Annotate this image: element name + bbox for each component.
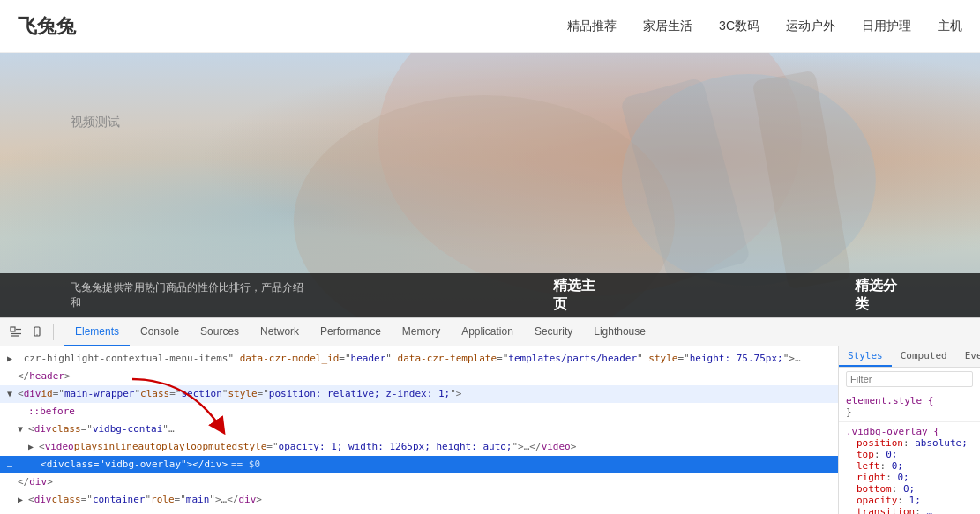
tab-lighthouse[interactable]: Lighthouse: [583, 318, 656, 346]
dom-line-7[interactable]: … <div class="vidbg-overlay"></div> == $…: [0, 456, 838, 473]
nav-link-1[interactable]: 家居生活: [643, 19, 692, 34]
tab-network[interactable]: Network: [250, 318, 310, 346]
toolbar-separator: [53, 324, 54, 340]
styles-tab-eve[interactable]: Eve: [956, 346, 980, 367]
devtools-tabs: Elements Console Sources Network Perform…: [64, 318, 656, 346]
tab-elements[interactable]: Elements: [64, 318, 130, 346]
dom-line-9[interactable]: ▶ <div class="container" role="main">…</…: [0, 491, 838, 509]
styles-filter: [839, 368, 980, 391]
styles-panel: Styles Computed Eve element.style { } .v…: [839, 346, 980, 514]
styles-tab-computed[interactable]: Computed: [892, 346, 956, 367]
tab-application[interactable]: Application: [451, 318, 524, 346]
hero-footer-bar: 飞兔兔提供常用热门商品的性价比排行，产品介绍和 精选主页 精选分类: [0, 273, 980, 317]
expand-arrow-9[interactable]: ▶: [18, 492, 28, 508]
dom-line-3[interactable]: ▼ <div id="main-wrapper" class="section"…: [0, 385, 838, 403]
nav-link-5[interactable]: 主机: [938, 19, 962, 34]
inspector-icon[interactable]: [7, 324, 25, 341]
expand-arrow-3[interactable]: ▼: [7, 386, 18, 402]
nav-link-2[interactable]: 3C数码: [719, 19, 759, 34]
dom-line-4[interactable]: ::before: [0, 403, 838, 421]
devtools-content: ▶ czr-highlight-contextual-menu-items" d…: [0, 346, 980, 514]
hero-footer-text: 飞兔兔提供常用热门商品的性价比排行，产品介绍和: [71, 280, 306, 310]
tab-memory[interactable]: Memory: [392, 318, 451, 346]
hero-footer-bold1: 精选主页: [553, 277, 608, 314]
dom-line-8[interactable]: </div>: [0, 473, 838, 491]
svg-rect-5: [11, 327, 15, 331]
tab-security[interactable]: Security: [524, 318, 583, 346]
expand-arrow-5[interactable]: ▼: [18, 421, 28, 437]
devtools-panel: Elements Console Sources Network Perform…: [0, 317, 980, 514]
three-dots-btn[interactable]: …: [7, 457, 12, 473]
styles-rule-element: element.style { }: [839, 391, 980, 422]
mobile-icon[interactable]: [28, 324, 46, 341]
expand-arrow[interactable]: ▶: [7, 351, 18, 367]
nav-link-3[interactable]: 运动户外: [786, 19, 835, 34]
tab-performance[interactable]: Performance: [310, 318, 392, 346]
nav-link-4[interactable]: 日用护理: [862, 19, 911, 34]
site-logo[interactable]: 飞兔兔: [18, 13, 76, 40]
hero-section: 视频测试 飞兔兔提供常用热门商品的性价比排行，产品介绍和 精选主页 精选分类: [0, 53, 980, 317]
dom-line-1[interactable]: ▶ czr-highlight-contextual-menu-items" d…: [0, 350, 838, 368]
dom-panel[interactable]: ▶ czr-highlight-contextual-menu-items" d…: [0, 346, 839, 514]
dom-line-5[interactable]: ▼ <div class="vidbg-contai"…: [0, 421, 838, 438]
styles-filter-input[interactable]: [846, 371, 973, 387]
nav-links: 精品推荐 家居生活 3C数码 运动户外 日用护理 主机: [567, 19, 962, 34]
tab-console[interactable]: Console: [130, 318, 190, 346]
styles-tab-styles[interactable]: Styles: [839, 346, 892, 367]
svg-point-10: [36, 334, 37, 335]
expand-arrow-6[interactable]: ▶: [28, 439, 39, 455]
styles-tabs: Styles Computed Eve: [839, 346, 980, 368]
nav-link-0[interactable]: 精品推荐: [567, 19, 617, 34]
styles-rule-vidbg-overlay: .vidbg-overlay { position: absolute; top…: [839, 422, 980, 514]
devtools-toolbar: Elements Console Sources Network Perform…: [0, 318, 980, 346]
dom-line-2[interactable]: </header>: [0, 368, 838, 385]
tab-sources[interactable]: Sources: [190, 318, 250, 346]
hero-footer-bold2: 精选分类: [855, 277, 909, 314]
dom-line-6[interactable]: ▶ <video playsinline autoplay loop muted…: [0, 438, 838, 456]
top-navigation: 飞兔兔 精品推荐 家居生活 3C数码 运动户外 日用护理 主机: [0, 0, 980, 53]
